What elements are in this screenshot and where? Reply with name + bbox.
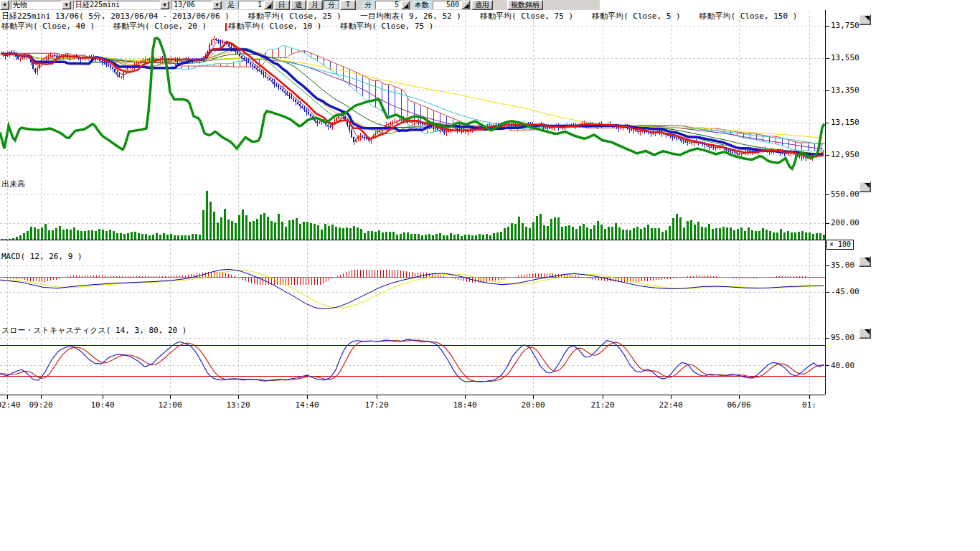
collapse-arrow-icon xyxy=(864,329,870,334)
time-tick-label: 21:20 xyxy=(590,400,616,410)
chart-title-row-2: 移動平均( Close, 40 ) 移動平均( Close, 20 ) 移動平均… xyxy=(1,21,433,32)
volume-pane-label: 出来高 xyxy=(1,179,25,189)
collapse-arrow-icon xyxy=(864,258,870,263)
price-pane-collapse-button[interactable] xyxy=(859,14,871,25)
time-tick-label: 22:40 xyxy=(658,400,684,410)
macd-pane-label: MACD( 12, 26, 9 ) xyxy=(1,252,83,261)
time-tick-label: 13:20 xyxy=(225,400,251,410)
indicator-label-ma40: 移動平均( Close, 40 ) xyxy=(1,21,95,32)
chart-title: 日経225mini 13/06( 5分, 2013/06/04 - 2013/0… xyxy=(1,11,230,22)
y-axis-tick-label: 550.00 xyxy=(831,189,859,199)
cursor-marker xyxy=(225,23,227,31)
indicator-label-ma75b: 移動平均( Close, 75 ) xyxy=(340,21,433,32)
time-tick-label: 17:20 xyxy=(364,400,390,410)
stochastics-pane-label: スロー・ストキャスティクス( 14, 3, 80, 20 ) xyxy=(1,325,187,336)
indicator-label-ichimoku: 一目均衡表( 9, 26, 52 ) xyxy=(360,11,461,22)
time-tick-label: 20:00 xyxy=(520,400,546,410)
indicator-label-ma10: 移動平均( Close, 10 ) xyxy=(225,21,321,32)
time-tick-label: 12:00 xyxy=(157,400,183,410)
indicator-label-ma75: 移動平均( Close, 75 ) xyxy=(480,11,573,22)
indicator-label-ma20: 移動平均( Close, 20 ) xyxy=(113,21,207,32)
trading-chart-window: { "toolbar": { "collapsed_combo": "▼", "… xyxy=(0,0,980,551)
time-tick-label: 09:20 xyxy=(28,400,54,410)
y-axis-tick-label: 200.00 xyxy=(831,218,859,227)
macd-pane-collapse-button[interactable] xyxy=(859,256,871,267)
y-axis-tick-label: 95.00 xyxy=(831,333,854,342)
y-axis-tick-label: 13,350 xyxy=(831,85,859,95)
y-axis-tick-label: 35.00 xyxy=(831,260,854,270)
y-axis-tick-label: 12,950 xyxy=(831,150,859,159)
indicator-label-ma5: 移動平均( Close, 5 ) xyxy=(592,11,680,22)
y-axis-tick-label: 40.00 xyxy=(831,361,854,370)
volume-pane-collapse-button[interactable] xyxy=(859,182,871,192)
time-tick-label: 18:40 xyxy=(452,400,478,410)
stochastics-pane-collapse-button[interactable] xyxy=(859,328,871,339)
collapse-arrow-icon xyxy=(864,183,870,188)
time-tick-label: 02:40 xyxy=(0,400,22,410)
collapse-arrow-icon xyxy=(864,16,870,21)
y-axis-tick-label: 13,750 xyxy=(831,21,859,30)
y-axis-tick-label: -45.00 xyxy=(831,287,859,296)
y-axis-tick-label: 13,550 xyxy=(831,53,859,62)
indicator-label-ma25: 移動平均( Close, 25 ) xyxy=(248,11,341,22)
chart-title-row-1: 日経225mini 13/06( 5分, 2013/06/04 - 2013/0… xyxy=(1,11,797,22)
time-tick-label: 06/06 xyxy=(726,400,752,410)
time-tick-label: 01: xyxy=(796,400,822,410)
chart-canvas[interactable] xyxy=(0,0,980,551)
indicator-label-ma150: 移動平均( Close, 150 ) xyxy=(699,11,798,22)
time-tick-label: 10:40 xyxy=(90,400,116,410)
y-axis-tick-label: 13,150 xyxy=(831,118,859,127)
time-tick-label: 14:40 xyxy=(294,400,320,410)
volume-multiplier-badge: × 100 xyxy=(826,240,854,250)
